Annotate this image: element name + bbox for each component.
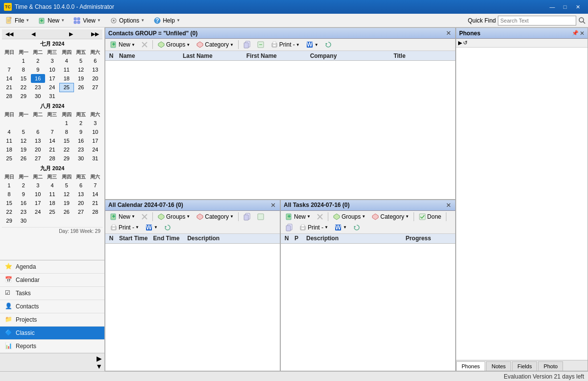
- menu-options[interactable]: Options ▼: [106, 15, 148, 26]
- cal-day-cell[interactable]: 11: [2, 136, 16, 145]
- cal-day-cell[interactable]: 17: [45, 74, 59, 83]
- phones-tab-notes[interactable]: Notes: [486, 361, 511, 371]
- cal-next-year[interactable]: ▶▶: [90, 30, 100, 38]
- cal-day-cell[interactable]: 11: [59, 65, 74, 74]
- cal-day-cell[interactable]: 10: [31, 190, 45, 199]
- cal-day-cell[interactable]: 19: [74, 74, 88, 83]
- cal-day-cell[interactable]: 5: [59, 181, 74, 190]
- sidebar-item-projects[interactable]: 📁Projects: [0, 313, 104, 327]
- sidebar-item-contacts[interactable]: 👤Contacts: [0, 300, 104, 313]
- contacts-refresh-btn[interactable]: [322, 40, 335, 50]
- cal-print-btn[interactable]: Print -▼: [107, 223, 142, 232]
- cal-day-cell[interactable]: 19: [59, 199, 74, 207]
- cal-day-cell[interactable]: 16: [74, 136, 88, 145]
- minimize-button[interactable]: —: [546, 2, 559, 12]
- cal-day-cell[interactable]: 8: [2, 190, 16, 199]
- cal-day-cell[interactable]: 6: [88, 56, 102, 65]
- cal-prev-year[interactable]: ◀◀: [4, 30, 15, 38]
- cal-day-cell[interactable]: 22: [16, 83, 30, 92]
- cal-day-cell[interactable]: 29: [16, 92, 30, 101]
- cal-day-cell[interactable]: 12: [74, 65, 88, 74]
- search-input[interactable]: [498, 16, 576, 25]
- cal-day-cell[interactable]: 2: [74, 119, 88, 127]
- cal-day-cell[interactable]: 17: [31, 199, 45, 207]
- contacts-print-btn[interactable]: Print -▼: [268, 40, 302, 50]
- cal-day-cell[interactable]: 31: [88, 154, 102, 163]
- cal-day-cell[interactable]: 18: [45, 199, 59, 207]
- contacts-groups-btn[interactable]: Groups▼: [155, 40, 193, 50]
- cal-groups-btn[interactable]: Groups▼: [155, 212, 193, 222]
- cal-day-cell[interactable]: 4: [45, 181, 59, 190]
- contacts-word-btn[interactable]: W ▼: [303, 40, 321, 50]
- sidebar-item-agenda[interactable]: ⭐Agenda: [0, 260, 104, 274]
- cal-day-cell[interactable]: 12: [16, 136, 30, 145]
- cal-day-cell[interactable]: 4: [59, 56, 74, 65]
- cal-day-cell[interactable]: 30: [31, 92, 45, 101]
- cal-day-cell[interactable]: 20: [31, 145, 45, 154]
- cal-day-cell[interactable]: 29: [2, 216, 16, 225]
- cal-day-cell[interactable]: 9: [16, 190, 30, 199]
- cal-day-cell[interactable]: 24: [31, 207, 45, 216]
- cal-day-cell[interactable]: 10: [88, 127, 102, 136]
- cal-word-btn[interactable]: W ▼: [143, 223, 160, 232]
- phones-tab-phones[interactable]: Phones: [456, 361, 485, 371]
- sidebar-item-reports[interactable]: 📊Reports: [0, 340, 104, 353]
- tasks-print-btn[interactable]: Print -▼: [296, 223, 331, 232]
- phones-pin-btn[interactable]: 📌: [572, 30, 579, 37]
- cal-refresh-btn[interactable]: [161, 223, 174, 232]
- tasks-panel-close[interactable]: ✕: [445, 202, 452, 209]
- tasks-new-btn[interactable]: New▼: [283, 212, 313, 222]
- sidebar-item-classic[interactable]: 🔷Classic: [0, 327, 104, 340]
- cal-day-cell[interactable]: 13: [74, 190, 88, 199]
- phones-nav-btn2[interactable]: ↺: [463, 40, 467, 46]
- phones-tab-fields[interactable]: Fields: [512, 361, 537, 371]
- cal-day-cell[interactable]: 19: [16, 145, 30, 154]
- cal-day-cell[interactable]: 26: [74, 83, 88, 92]
- cal-day-cell[interactable]: 30: [16, 216, 30, 225]
- cal-day-cell[interactable]: 26: [59, 207, 74, 216]
- cal-day-cell[interactable]: 25: [2, 154, 16, 163]
- cal-day-cell[interactable]: 27: [88, 83, 102, 92]
- cal-del-btn[interactable]: [139, 212, 150, 221]
- cal-day-cell[interactable]: 31: [45, 92, 59, 101]
- phones-tab-photo[interactable]: Photo: [538, 361, 563, 371]
- cal-day-cell[interactable]: 6: [74, 181, 88, 190]
- cal-day-cell[interactable]: 16: [31, 74, 45, 83]
- contacts-del-btn[interactable]: [139, 40, 150, 49]
- cal-prev-month[interactable]: ◀: [30, 30, 37, 38]
- cal-day-cell[interactable]: 25: [45, 207, 59, 216]
- menu-view[interactable]: View ▼: [70, 15, 104, 26]
- cal-day-cell[interactable]: 26: [16, 154, 30, 163]
- cal-day-cell[interactable]: 14: [2, 74, 16, 83]
- tasks-done-btn[interactable]: Done: [416, 212, 444, 222]
- cal-day-cell[interactable]: 21: [2, 83, 16, 92]
- cal-day-cell[interactable]: 30: [74, 154, 88, 163]
- cal-day-cell[interactable]: 24: [45, 83, 59, 92]
- tasks-del-btn[interactable]: [314, 212, 326, 221]
- cal-day-cell[interactable]: 14: [45, 136, 59, 145]
- cal-day-cell[interactable]: 23: [16, 207, 30, 216]
- tasks-refresh-btn[interactable]: [350, 223, 363, 232]
- cal-day-cell[interactable]: 27: [31, 154, 45, 163]
- cal-day-cell[interactable]: 7: [88, 181, 102, 190]
- cal-day-cell[interactable]: 28: [88, 207, 102, 216]
- cal-day-cell[interactable]: 24: [88, 145, 102, 154]
- tasks-copy-btn[interactable]: [283, 223, 295, 232]
- cal-day-cell[interactable]: 2: [31, 56, 45, 65]
- cal-day-cell[interactable]: 20: [88, 74, 102, 83]
- cal-category-btn[interactable]: Category▼: [194, 212, 236, 222]
- cal-day-cell[interactable]: 22: [2, 207, 16, 216]
- sidebar-item-tasks[interactable]: ☑Tasks: [0, 287, 104, 300]
- cal-day-cell[interactable]: 5: [16, 127, 30, 136]
- phones-close-btn[interactable]: ✕: [580, 30, 585, 37]
- contacts-panel-close[interactable]: ✕: [445, 29, 452, 37]
- cal-day-cell[interactable]: 14: [88, 190, 102, 199]
- cal-day-cell[interactable]: 29: [59, 154, 74, 163]
- cal-day-cell[interactable]: 8: [59, 127, 74, 136]
- cal-day-cell[interactable]: 5: [74, 56, 88, 65]
- cal-next-month[interactable]: ▶: [68, 30, 74, 38]
- cal-day-cell[interactable]: 9: [31, 65, 45, 74]
- cal-send-btn[interactable]: [254, 212, 267, 222]
- cal-day-cell[interactable]: 13: [31, 136, 45, 145]
- cal-day-cell[interactable]: 22: [59, 145, 74, 154]
